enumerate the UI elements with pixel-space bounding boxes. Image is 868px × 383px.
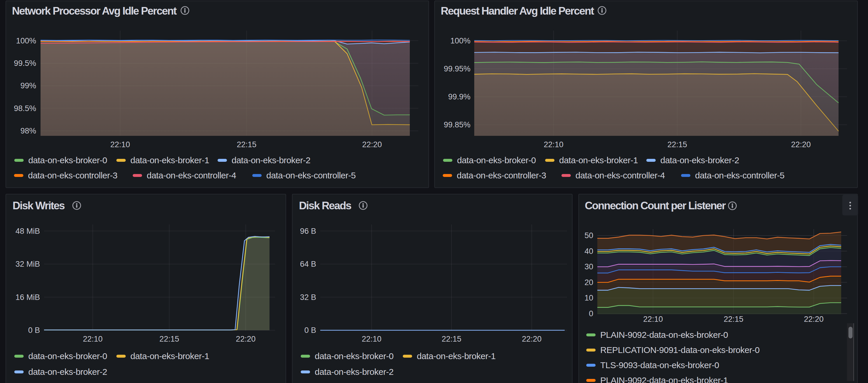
svg-text:22:15: 22:15 <box>237 140 257 149</box>
svg-text:96 B: 96 B <box>300 227 316 235</box>
svg-text:0: 0 <box>589 309 593 318</box>
svg-text:22:10: 22:10 <box>83 334 103 343</box>
svg-text:48 MiB: 48 MiB <box>16 227 40 235</box>
svg-text:0 B: 0 B <box>304 326 316 334</box>
svg-text:32 B: 32 B <box>300 293 316 302</box>
svg-text:98%: 98% <box>21 127 36 135</box>
svg-text:30: 30 <box>585 262 593 271</box>
svg-text:22:20: 22:20 <box>804 315 824 323</box>
svg-text:99.9%: 99.9% <box>448 92 470 101</box>
svg-text:22:20: 22:20 <box>522 334 541 343</box>
svg-text:0 B: 0 B <box>28 326 40 334</box>
svg-text:99.85%: 99.85% <box>444 120 470 129</box>
svg-text:22:15: 22:15 <box>159 334 179 343</box>
svg-text:99.95%: 99.95% <box>444 64 470 73</box>
svg-text:22:10: 22:10 <box>110 140 130 149</box>
svg-text:22:10: 22:10 <box>643 315 663 323</box>
svg-text:22:10: 22:10 <box>544 140 563 149</box>
svg-text:22:20: 22:20 <box>791 140 811 149</box>
svg-text:50: 50 <box>585 231 593 240</box>
svg-text:100%: 100% <box>450 36 470 45</box>
svg-text:22:15: 22:15 <box>724 315 743 323</box>
svg-text:22:15: 22:15 <box>442 334 461 343</box>
svg-text:32 MiB: 32 MiB <box>16 260 40 268</box>
svg-text:99.5%: 99.5% <box>14 59 36 68</box>
svg-text:22:20: 22:20 <box>362 140 382 149</box>
svg-text:20: 20 <box>585 278 593 287</box>
svg-text:99%: 99% <box>21 81 36 90</box>
svg-text:64 B: 64 B <box>300 260 316 268</box>
svg-text:22:15: 22:15 <box>667 140 687 149</box>
svg-text:22:10: 22:10 <box>362 334 381 343</box>
svg-text:10: 10 <box>585 293 593 302</box>
svg-text:22:20: 22:20 <box>236 334 256 343</box>
svg-text:98.5%: 98.5% <box>14 104 36 113</box>
svg-text:100%: 100% <box>16 36 36 45</box>
svg-text:40: 40 <box>585 247 593 256</box>
svg-text:16 MiB: 16 MiB <box>16 293 40 302</box>
